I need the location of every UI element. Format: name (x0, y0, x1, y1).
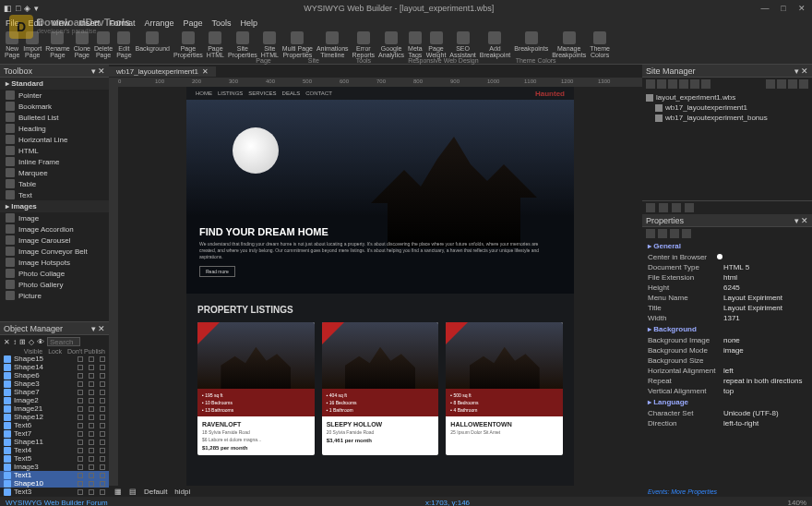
ribbon-import[interactable]: ImportPage (22, 31, 42, 58)
om-search-input[interactable] (47, 337, 80, 346)
tool-photo-collage[interactable]: Photo Collage (0, 268, 109, 279)
view-icon[interactable]: ▤ (129, 488, 137, 496)
prop-section[interactable]: ▸ Language (642, 396, 812, 408)
menu-file[interactable]: File (6, 18, 19, 28)
ribbon-google[interactable]: GoogleAnalytics (377, 31, 405, 58)
sm-edit-icon[interactable] (679, 79, 688, 89)
object-item[interactable]: Text6 (0, 421, 109, 429)
tool-marquee[interactable]: Marquee (0, 167, 109, 178)
sm-clone-icon[interactable] (668, 79, 677, 89)
warnings-icon[interactable] (659, 203, 668, 212)
property-card[interactable]: ▪ 404 sq ft▪ 16 Bedrooms▪ 1 BathroomSLEE… (322, 322, 439, 455)
ribbon-add[interactable]: AddBreakpoint (479, 31, 511, 58)
panel-close-icon[interactable]: ✕ (98, 66, 105, 76)
prop-row[interactable]: TitleLayout Expiriment (642, 303, 812, 313)
prop-row[interactable]: Center in Browser (642, 252, 812, 262)
zoom-level[interactable]: 140% (788, 499, 806, 507)
object-item[interactable]: Text5 (0, 454, 109, 463)
menu-tools[interactable]: Tools (211, 18, 231, 28)
panel-close-icon[interactable]: ✕ (801, 66, 808, 76)
nav-link[interactable]: DEALS (282, 90, 301, 96)
object-item[interactable]: Text4 (0, 446, 109, 454)
object-item[interactable]: Shape12 (0, 413, 109, 421)
panel-pin-icon[interactable]: ▾ (794, 66, 799, 76)
breakpoint-default[interactable]: Default (144, 488, 167, 496)
qat-icon[interactable]: □ (16, 4, 20, 13)
nav-link[interactable]: LISTINGS (218, 90, 243, 96)
tool-image-accordion[interactable]: Image Accordion (0, 223, 109, 235)
prop-row[interactable]: Repeatrepeat in both directions (642, 376, 812, 386)
object-item[interactable]: Text1 (0, 471, 109, 479)
maximize-button[interactable]: □ (777, 3, 790, 14)
ribbon-new[interactable]: NewPage (4, 31, 20, 58)
menu-page[interactable]: Page (183, 18, 202, 28)
om-delete-icon[interactable]: ✕ (4, 338, 10, 346)
tool-table[interactable]: Table (0, 178, 109, 189)
tool-image[interactable]: Image (0, 212, 109, 223)
qat-icon[interactable]: ◈ (24, 4, 30, 13)
status-link[interactable]: WYSIWYG Web Builder Forum (6, 499, 108, 507)
tool-picture[interactable]: Picture (0, 290, 109, 301)
menu-insert[interactable]: Insert (78, 18, 100, 28)
ribbon-page[interactable]: PageWeight (425, 31, 448, 58)
object-item[interactable]: Shape15 (0, 355, 109, 363)
toolbox-category[interactable]: ▸ Standard (0, 78, 109, 90)
props-icon[interactable] (646, 203, 655, 212)
menu-help[interactable]: Help (241, 18, 258, 28)
prop-row[interactable]: Horizontal Alignmentleft (642, 366, 812, 376)
object-item[interactable]: Text3 (0, 488, 109, 496)
prop-row[interactable]: Document TypeHTML 5 (642, 262, 812, 272)
panel-pin-icon[interactable]: ▾ (91, 324, 96, 333)
tool-bookmark[interactable]: Bookmark (0, 101, 109, 112)
info-icon[interactable] (672, 203, 681, 212)
ribbon-clone[interactable]: ClonePage (73, 31, 91, 58)
tab-close-icon[interactable]: ✕ (202, 67, 209, 76)
ribbon-page[interactable]: PageProperties (173, 31, 204, 58)
object-item[interactable]: Image3 (0, 463, 109, 471)
document-tab[interactable]: wb17_layoutexperiment1 ✕ (109, 66, 216, 77)
menu-edit[interactable]: Edit (29, 18, 43, 28)
tab-categorized-icon[interactable] (646, 229, 655, 238)
ribbon-theme[interactable]: ThemeColors (589, 31, 611, 58)
tab-alphabetical-icon[interactable] (658, 229, 667, 238)
ribbon-site[interactable]: SiteHTML (260, 31, 280, 58)
object-item[interactable]: Shape10 (0, 479, 109, 488)
ribbon-seo[interactable]: SEOAssistant (448, 31, 476, 58)
sm-new-icon[interactable] (646, 79, 655, 89)
om-move-up-icon[interactable]: ↕ (13, 338, 17, 346)
sm-folder-icon[interactable] (657, 79, 666, 89)
ribbon-delete[interactable]: DeletePage (93, 31, 113, 58)
tool-text[interactable]: Text (0, 189, 109, 200)
tree-item[interactable]: wb17_layoutexperiment_bonus (646, 113, 808, 123)
ribbon-meta[interactable]: MetaTags (407, 31, 424, 58)
panel-pin-icon[interactable]: ▾ (794, 216, 799, 225)
tool-inline-frame[interactable]: Inline Frame (0, 156, 109, 167)
breakpoint-hidpi[interactable]: hidpi (174, 488, 190, 496)
ribbon-manage[interactable]: ManageBreakpoints (551, 31, 587, 58)
object-item[interactable]: Shape14 (0, 363, 109, 371)
tree-item[interactable]: layout_experiment1.wbs (646, 92, 808, 102)
tool-image-conveyor-belt[interactable]: Image Conveyor Belt (0, 246, 109, 257)
om-visible-icon[interactable]: 👁 (37, 338, 44, 346)
sm-search-icon[interactable] (799, 79, 808, 89)
ribbon-breakpoints[interactable]: Breakpoints (513, 31, 549, 52)
object-item[interactable]: Text7 (0, 429, 109, 438)
tool-horizontal-line[interactable]: Horizontal Line (0, 134, 109, 145)
object-item[interactable]: Shape11 (0, 438, 109, 446)
tool-heading[interactable]: Heading (0, 123, 109, 134)
property-card[interactable]: ▪ 195 sq ft▪ 10 Bedrooms▪ 13 BathroomsRA… (197, 322, 315, 455)
prop-section[interactable]: ▸ General (642, 240, 812, 252)
prop-row[interactable]: Directionleft-to-right (642, 418, 812, 428)
tool-html[interactable]: HTML (0, 145, 109, 156)
tool-photo-gallery[interactable]: Photo Gallery (0, 279, 109, 290)
tab-pages-icon[interactable] (682, 229, 691, 238)
ribbon-site[interactable]: SiteProperties (227, 31, 258, 58)
prop-row[interactable]: File Extensionhtml (642, 272, 812, 283)
om-lock-icon[interactable]: ◇ (29, 338, 34, 346)
prop-row[interactable]: Vertical Alignmenttop (642, 386, 812, 396)
sm-up-icon[interactable] (766, 79, 775, 89)
tab-events-icon[interactable] (670, 229, 679, 238)
menu-arrange[interactable]: Arrange (144, 18, 173, 28)
toolbox-category[interactable]: ▸ Images (0, 200, 109, 212)
tool-image-hotspots[interactable]: Image Hotspots (0, 257, 109, 268)
